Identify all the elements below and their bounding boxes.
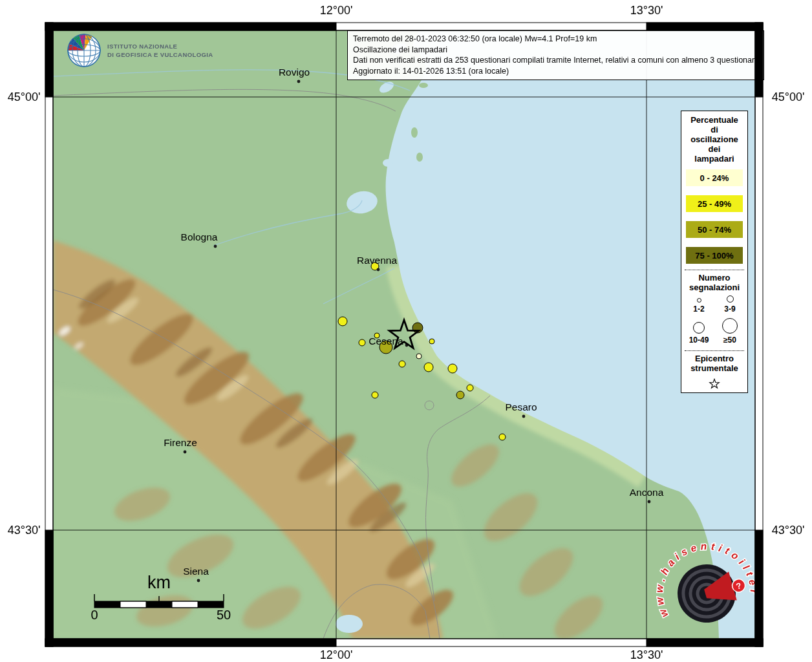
legend-classes: 0 - 24%25 - 49%50 - 74%75 - 100% — [683, 164, 745, 264]
epicenter-legend-star-icon — [705, 378, 724, 390]
count-circle-icon — [722, 318, 738, 334]
felt-report-point — [499, 434, 506, 440]
haisentitoilterremoto-logo: ? www.haisentitoilterremoto.it — [648, 539, 778, 654]
legend-count-item: 10-49 — [683, 318, 714, 345]
scale-bar-svg: km 0 50 — [85, 574, 233, 623]
count-circle-icon — [697, 298, 701, 303]
city-dot — [522, 415, 526, 418]
scale-bar-segments — [94, 601, 224, 608]
felt-report-point — [448, 364, 457, 373]
city-label: Firenze — [164, 437, 197, 448]
count-label: 10-49 — [689, 336, 709, 345]
felt-report-point — [429, 339, 434, 344]
legend-divider — [685, 270, 744, 270]
count-label: 1-2 — [693, 304, 704, 314]
city-dot — [648, 500, 651, 504]
scale-bar: km 0 50 — [85, 574, 233, 625]
legend-class-swatch: 50 - 74% — [686, 221, 743, 238]
coordinate-label: 13°30' — [630, 648, 663, 662]
count-label: 3-9 — [724, 304, 735, 314]
city-label: Pesaro — [505, 401, 537, 412]
ingv-logo: ISTITUTO NAZIONALE DI GEOFISICA E VULCAN… — [67, 33, 213, 68]
city-label: Bologna — [181, 231, 218, 242]
coordinate-label: 43°30' — [772, 524, 805, 537]
felt-report-point — [359, 339, 365, 346]
coordinate-label: 45°00' — [8, 91, 41, 104]
event-info-line: Terremoto del 28-01-2023 06:32:50 (ora l… — [353, 34, 758, 45]
ingv-globe-icon — [67, 33, 102, 68]
event-info-line: Dati non verificati estratti da 253 ques… — [353, 55, 758, 66]
event-info-box: Terremoto del 28-01-2023 06:32:50 (ora l… — [347, 30, 764, 80]
count-label: ≥50 — [723, 336, 736, 345]
watermark-svg: ? www.haisentitoilterremoto.it — [648, 539, 778, 652]
legend-class-swatch: 75 - 100% — [686, 247, 743, 264]
city-label: Rovigo — [279, 67, 310, 78]
legend-divider — [685, 350, 744, 351]
coordinate-label: 43°30' — [8, 524, 41, 537]
page: { "frame": { "labels": [ {"text": "12°00… — [0, 0, 812, 662]
city-dot — [297, 80, 301, 83]
legend: Percentuale di oscillazione dei lampadar… — [681, 111, 748, 393]
city-dot — [377, 268, 380, 272]
legend-count-item: 1-2 — [683, 295, 714, 314]
ingv-name-line2: DI GEOFISICA E VULCANOLOGIA — [107, 50, 213, 59]
city-dot — [214, 245, 217, 248]
ingv-name-line1: ISTITUTO NAZIONALE — [107, 42, 213, 50]
felt-report-point — [338, 317, 347, 326]
scale-start-label: 0 — [91, 608, 98, 622]
legend-counts-title: Numero segnalazioni — [689, 273, 740, 292]
coordinate-label: 12°00' — [320, 648, 353, 662]
felt-report-point — [424, 363, 433, 372]
legend-epicenter-title: Epicentro strumentale — [690, 354, 738, 373]
legend-counts: 1-23-910-49≥50 — [683, 295, 745, 345]
scale-end-label: 50 — [217, 608, 231, 622]
felt-report-point — [456, 391, 464, 399]
count-circle-icon — [727, 295, 734, 303]
city-label: Ravenna — [357, 255, 397, 266]
felt-report-point — [416, 354, 422, 359]
legend-class-swatch: 25 - 49% — [686, 195, 743, 212]
coordinate-label: 13°30' — [630, 4, 663, 17]
scale-unit-label: km — [147, 574, 171, 592]
count-circle-icon — [693, 322, 705, 334]
city-dot — [184, 451, 187, 454]
event-info-line: Oscillazione dei lampadari — [353, 45, 758, 56]
felt-report-point — [467, 385, 473, 391]
coordinate-label: 12°00' — [320, 4, 353, 17]
legend-title: Percentuale di oscillazione dei lampadar… — [690, 115, 738, 164]
city-label: Ancona — [630, 487, 664, 498]
felt-report-point — [372, 392, 378, 398]
felt-report-point — [399, 361, 405, 367]
event-info-line: Aggiornato il: 14-01-2026 13:51 (ora loc… — [353, 66, 758, 77]
legend-count-item: 3-9 — [714, 295, 745, 314]
legend-count-item: ≥50 — [714, 318, 745, 345]
legend-class-swatch: 0 - 24% — [686, 169, 743, 186]
coordinate-label: 45°00' — [772, 91, 805, 104]
